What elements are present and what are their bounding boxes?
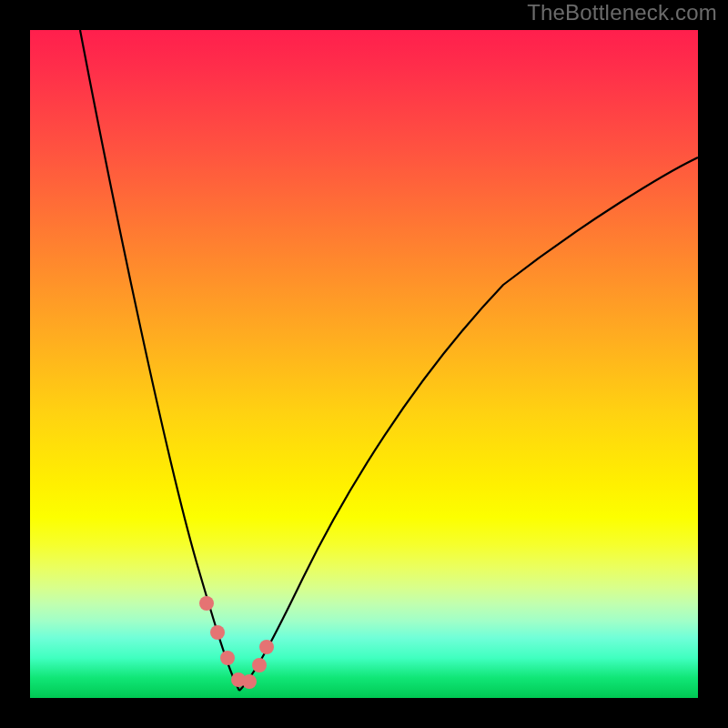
watermark-text: TheBottleneck.com (527, 0, 717, 25)
bottleneck-curve-left (80, 30, 239, 691)
dot (242, 674, 257, 689)
chart-plot-area (30, 30, 698, 698)
chart-svg (30, 30, 698, 698)
dot (210, 625, 225, 640)
bottleneck-curve-right (239, 157, 698, 691)
dot (259, 640, 274, 654)
dot (252, 658, 267, 672)
dot (220, 651, 235, 665)
dot (199, 596, 214, 611)
